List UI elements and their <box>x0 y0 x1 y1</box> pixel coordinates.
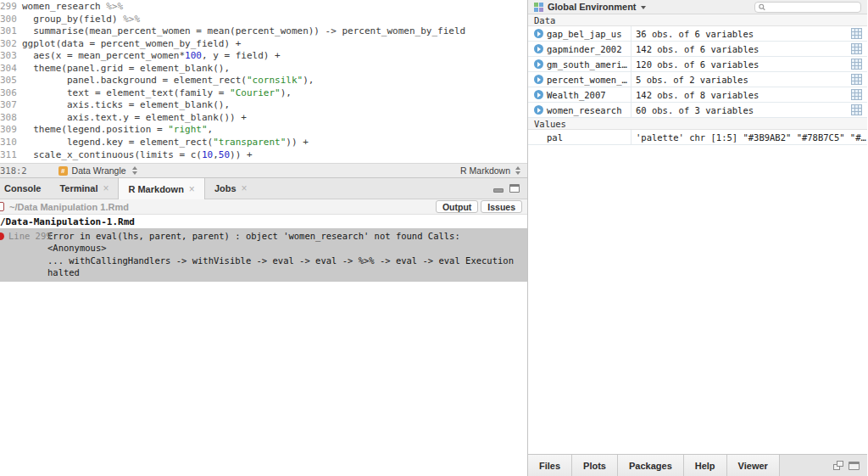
environment-search-box[interactable] <box>754 2 861 13</box>
console-tab-jobs[interactable]: Jobs× <box>205 178 257 199</box>
code-text: group_by(field) %>% <box>22 14 140 26</box>
rstudio-window: 299women_research %>%300 group_by(field)… <box>0 0 868 476</box>
code-editor[interactable]: 299women_research %>%300 group_by(field)… <box>0 0 527 163</box>
view-table-icon[interactable] <box>851 59 862 70</box>
right-pane: Global Environment Datagap_bel_jap_us36 … <box>528 0 867 476</box>
section-icon: # <box>58 166 68 176</box>
view-table-icon[interactable] <box>851 43 862 54</box>
line-number: 309 <box>0 124 22 137</box>
environment-scope-selector[interactable]: Global Environment <box>548 2 637 12</box>
code-text: ggplot(data = percent_women_by_field) + <box>22 38 241 51</box>
line-number: 303 <box>0 50 22 63</box>
view-table-icon[interactable] <box>851 104 862 115</box>
variable-name: pal <box>547 132 563 143</box>
line-number: 310 <box>0 137 22 149</box>
cursor-position: 318:2 <box>0 165 27 176</box>
code-line[interactable]: 309 theme(legend.position = "right", <box>0 124 527 137</box>
restore-panes-icon[interactable] <box>833 461 843 470</box>
variable-value: 'palette' chr [1:5] "#3B9AB2" "#78B7C5" … <box>632 132 867 143</box>
view-table-icon[interactable] <box>851 89 862 100</box>
search-icon <box>759 3 765 11</box>
editor-code: 299women_research %>%300 group_by(field)… <box>0 1 527 163</box>
console-tab-console[interactable]: Console <box>0 178 50 199</box>
tab-viewer[interactable]: Viewer <box>727 455 780 476</box>
environment-icon <box>534 3 543 12</box>
expand-icon[interactable] <box>534 29 543 38</box>
code-line[interactable]: 304 theme(panel.grid = element_blank(), <box>0 63 527 76</box>
code-line[interactable]: 303 aes(x = mean_percent_women*100, y = … <box>0 50 527 63</box>
code-text: axis.ticks = element_blank(), <box>22 99 230 112</box>
code-line[interactable]: 299women_research %>% <box>0 1 527 14</box>
code-line[interactable]: 308 axis.text.y = element_blank()) + <box>0 112 527 125</box>
environment-row[interactable]: women_research60 obs. of 3 variables <box>528 103 867 118</box>
code-text: aes(x = mean_percent_women*100, y = fiel… <box>22 50 281 63</box>
expand-icon[interactable] <box>534 105 543 115</box>
variable-name: gm_south_ameri… <box>547 59 627 70</box>
code-line[interactable]: 307 axis.ticks = element_blank(), <box>0 99 527 112</box>
variable-name: gap_bel_jap_us <box>547 29 622 39</box>
chevron-updown-icon <box>515 166 520 175</box>
document-path: ~/Data Manipulation 1.Rmd <box>9 202 129 212</box>
document-mode-selector[interactable]: R Markdown <box>460 165 520 176</box>
environment-search-input[interactable] <box>768 3 857 12</box>
view-table-icon[interactable] <box>851 74 862 85</box>
line-number: 300 <box>0 14 22 26</box>
expand-icon[interactable] <box>534 44 543 53</box>
environment-row[interactable]: gapminder_2002142 obs. of 6 variables <box>528 42 867 57</box>
error-text: Error in eval(lhs, parent, parent) : obj… <box>47 230 522 278</box>
chevron-down-icon[interactable] <box>641 6 646 9</box>
code-line[interactable]: 306 text = element_text(family = "Courie… <box>0 87 527 100</box>
environment-row[interactable]: gap_bel_jap_us36 obs. of 6 variables <box>528 26 867 42</box>
variable-name: women_research <box>547 105 622 115</box>
expand-icon[interactable] <box>534 59 543 69</box>
variable-name-cell: pal <box>528 130 632 144</box>
document-outline-selector[interactable]: # Data Wrangle <box>58 165 137 176</box>
maximize-icon[interactable] <box>509 184 520 193</box>
environment-row[interactable]: percent_women_…5 obs. of 2 variables <box>528 72 867 87</box>
code-text: theme(legend.position = "right", <box>22 124 213 137</box>
code-text: axis.text.y = element_blank()) + <box>22 112 247 125</box>
tab-help[interactable]: Help <box>684 455 727 476</box>
tab-packages[interactable]: Packages <box>618 455 684 476</box>
expand-icon[interactable] <box>534 75 543 84</box>
code-line[interactable]: 310 legend.key = element_rect("transpare… <box>0 137 527 149</box>
minimize-icon[interactable] <box>493 188 504 193</box>
expand-icon[interactable] <box>534 90 543 99</box>
code-text: summarise(mean_percent_women = mean(perc… <box>22 25 465 38</box>
environment-header: Global Environment <box>528 0 867 14</box>
close-icon[interactable]: × <box>242 182 248 194</box>
console-tab-r-markdown[interactable]: R Markdown× <box>118 178 204 199</box>
editor-status-bar: 318:2 # Data Wrangle R Markdown <box>0 163 527 178</box>
variable-value: 5 obs. of 2 variables <box>632 75 851 85</box>
variable-name-cell: gm_south_ameri… <box>528 57 632 71</box>
console-tab-terminal[interactable]: Terminal× <box>50 178 118 199</box>
maximize-pane-icon[interactable] <box>849 462 860 470</box>
code-line[interactable]: 300 group_by(field) %>% <box>0 14 527 26</box>
environment-row[interactable]: gm_south_ameri…120 obs. of 6 variables <box>528 57 867 72</box>
console-tab-bar: ConsoleTerminal×R Markdown×Jobs× <box>0 178 527 199</box>
variable-name-cell: gap_bel_jap_us <box>528 26 632 41</box>
tab-plots[interactable]: Plots <box>572 455 618 476</box>
error-block[interactable]: Line 299 Error in eval(lhs, parent, pare… <box>0 228 527 282</box>
code-line[interactable]: 311 scale_x_continuous(limits = c(10,50)… <box>0 149 527 162</box>
code-line[interactable]: 302ggplot(data = percent_women_by_field)… <box>0 38 527 51</box>
issues-button[interactable]: Issues <box>481 200 522 213</box>
line-number: 299 <box>0 1 22 14</box>
render-doc-title: /Data-Manipulation-1.Rmd <box>0 216 527 228</box>
environment-row[interactable]: pal'palette' chr [1:5] "#3B9AB2" "#78B7C… <box>528 130 867 145</box>
environment-row[interactable]: Wealth_2007142 obs. of 8 variables <box>528 87 867 103</box>
code-text: text = element_text(family = "Courier"), <box>22 87 292 100</box>
view-table-icon[interactable] <box>851 28 862 39</box>
tab-label: R Markdown <box>128 184 183 194</box>
close-icon[interactable]: × <box>103 182 108 194</box>
line-number: 311 <box>0 149 22 162</box>
output-button[interactable]: Output <box>436 200 478 213</box>
code-line[interactable]: 305 panel.background = element_rect("cor… <box>0 75 527 87</box>
tab-files[interactable]: Files <box>528 455 572 476</box>
rmd-file-icon <box>0 202 4 211</box>
code-line[interactable]: 301 summarise(mean_percent_women = mean(… <box>0 25 527 38</box>
environment-empty-area <box>528 145 867 454</box>
close-icon[interactable]: × <box>189 183 195 195</box>
line-number: 307 <box>0 99 22 112</box>
variable-value: 120 obs. of 6 variables <box>632 59 851 70</box>
